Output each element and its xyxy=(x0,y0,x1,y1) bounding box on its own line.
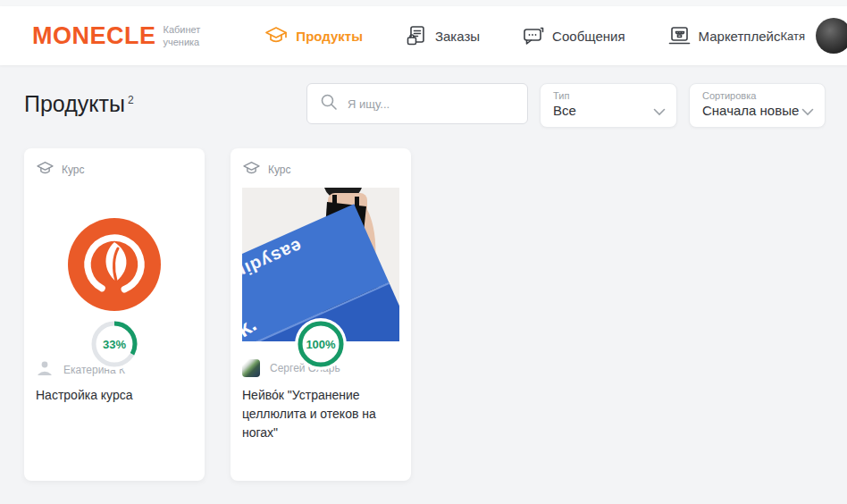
filter-value: Сначала новые xyxy=(702,103,799,118)
app-header: MONECLE Кабинетученика Продукты xyxy=(0,6,847,65)
product-type-row: Курс xyxy=(242,161,291,179)
logo-subtitle: Кабинетученика xyxy=(164,23,201,49)
graduation-cap-icon xyxy=(36,161,55,179)
person-icon xyxy=(36,359,54,381)
page-title: Продукты2 xyxy=(24,91,134,117)
product-type-row: Курс xyxy=(36,161,85,179)
products-count-badge: 2 xyxy=(128,94,134,106)
logo[interactable]: MONECLE Кабинетученика xyxy=(32,22,200,50)
sort-filter-dropdown[interactable]: Сортировка Сначала новые xyxy=(689,83,826,128)
progress-label: 100% xyxy=(306,338,335,351)
window-top-strip xyxy=(0,0,847,6)
progress-label: 33% xyxy=(103,338,126,351)
nav-item-label: Сообщения xyxy=(552,29,625,44)
nav-item-products[interactable]: Продукты xyxy=(264,26,363,46)
user-name: Катя xyxy=(780,29,805,43)
toolbar: Продукты2 Тип Все xyxy=(24,65,826,128)
progress-ring: 33% xyxy=(88,318,140,370)
toolbar-filters: Тип Все Сортировка Сначала новые xyxy=(306,83,826,128)
chevron-down-icon xyxy=(653,104,666,120)
monecle-leaf-logo xyxy=(67,217,162,312)
chevron-down-icon xyxy=(801,104,814,120)
main-nav: Продукты Заказы xyxy=(264,25,780,46)
product-title: Настройка курса xyxy=(36,386,193,405)
product-card[interactable]: Курс xyxy=(231,148,411,481)
nav-item-label: Продукты xyxy=(296,29,363,44)
filter-label: Сортировка xyxy=(702,90,799,101)
search-icon xyxy=(320,93,338,114)
product-type-label: Курс xyxy=(62,164,85,176)
logo-wordmark: MONECLE xyxy=(32,22,156,50)
author-avatar xyxy=(242,359,260,377)
nav-item-label: Маркетплейс xyxy=(699,29,781,44)
user-menu[interactable]: Катя xyxy=(780,18,847,54)
nav-item-messages[interactable]: Сообщения xyxy=(523,26,625,46)
avatar[interactable] xyxy=(816,18,847,54)
filter-value: Все xyxy=(553,103,576,118)
box-side-text: wok. xyxy=(242,312,261,341)
page-content: Продукты2 Тип Все xyxy=(0,65,847,481)
nav-item-orders[interactable]: Заказы xyxy=(406,25,480,46)
filter-label: Тип xyxy=(553,90,576,101)
search-input[interactable] xyxy=(348,97,499,111)
messages-icon xyxy=(523,26,544,46)
product-grid: Курс 33% xyxy=(24,148,826,481)
graduation-cap-icon xyxy=(264,26,288,46)
product-card[interactable]: Курс 33% xyxy=(24,148,205,481)
nav-item-label: Заказы xyxy=(435,29,480,44)
nav-item-marketplace[interactable]: Маркетплейс xyxy=(668,26,781,46)
graduation-cap-icon xyxy=(242,161,261,179)
product-title: Нейво́к "Устранение целлюлита и отеков н… xyxy=(242,386,399,442)
search-box[interactable] xyxy=(306,83,528,124)
product-type-label: Курс xyxy=(268,164,291,176)
marketplace-icon xyxy=(668,26,691,46)
orders-icon xyxy=(406,25,427,46)
type-filter-dropdown[interactable]: Тип Все xyxy=(540,83,677,128)
progress-ring: 100% xyxy=(295,318,347,370)
